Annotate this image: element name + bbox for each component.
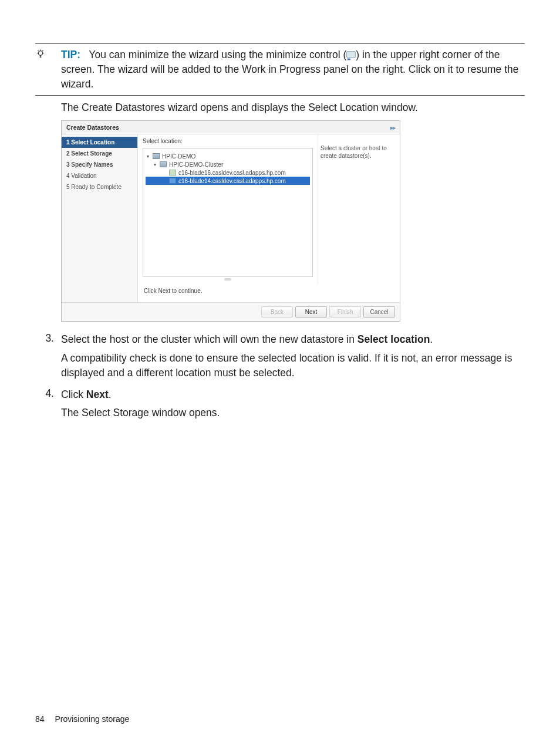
step-4: 4. Click Next. The Select Storage window… [35, 387, 525, 424]
page-number: 84 [35, 714, 45, 724]
cancel-button[interactable]: Cancel [363, 306, 395, 318]
ordered-steps: 3. Select the host or the cluster which … [35, 332, 525, 424]
footer-section: Provisioning storage [55, 714, 129, 724]
tree-row-host[interactable]: c16-blade16.casldev.casl.adapps.hp.com [146, 168, 310, 177]
tree-pane: Select location: ▾ HPIC-DEMO ▾ HPIC-DEMO… [138, 134, 318, 284]
tip-bottom-rule [35, 95, 525, 96]
step-3: 3. Select the host or the cluster which … [35, 332, 525, 384]
select-location-heading: Select location: [143, 138, 313, 144]
wizard-body: 1 Select Location 2 Select Storage 3 Spe… [62, 134, 400, 302]
wizard-step-1[interactable]: 1 Select Location [62, 137, 137, 148]
cluster-icon [160, 161, 167, 167]
text-bold: Select location [357, 333, 430, 345]
finish-button[interactable]: Finish [329, 306, 361, 318]
step-marker: 3. [35, 332, 61, 384]
tree-row-cluster[interactable]: ▾ HPIC-DEMO-Cluster [146, 160, 310, 168]
text: A compatibility check is done to ensure … [61, 351, 525, 380]
wizard-step-3[interactable]: 3 Specify Names [62, 159, 137, 170]
wizard-minimize-icon[interactable]: ▸▸ [390, 124, 395, 131]
tree-label: c16-blade14.casldev.casl.adapps.hp.com [178, 178, 286, 184]
tip-top-rule [35, 43, 525, 44]
back-button[interactable]: Back [261, 306, 293, 318]
svg-line-7 [42, 50, 43, 51]
text: The Select Storage window opens. [61, 406, 525, 420]
wizard-step-5[interactable]: 5 Ready to Complete [62, 181, 137, 193]
lightbulb-icon [35, 50, 46, 62]
tree-label: HPIC-DEMO [162, 153, 195, 160]
svg-point-0 [38, 51, 43, 56]
tip-text-before: You can minimize the wizard using the mi… [89, 49, 346, 60]
text: . [109, 389, 112, 400]
create-datastores-wizard: Create Datastores ▸▸ 1 Select Location 2… [61, 120, 400, 322]
wizard-steps-sidebar: 1 Select Location 2 Select Storage 3 Spe… [62, 134, 138, 302]
right-description: Select a cluster or host to create datas… [318, 134, 400, 284]
wizard-title-text: Create Datastores [66, 124, 119, 131]
step-body: Select the host or the cluster which wil… [61, 332, 525, 384]
tree-label: c16-blade16.casldev.casl.adapps.hp.com [178, 170, 286, 176]
page: TIP: You can minimize the wizard using t… [0, 0, 560, 746]
host-icon [169, 170, 176, 175]
wizard-main: Select location: ▾ HPIC-DEMO ▾ HPIC-DEMO… [138, 134, 400, 302]
wizard-button-bar: Back Next Finish Cancel [62, 302, 400, 321]
tip-icon-cell [35, 48, 61, 62]
datacenter-icon [153, 153, 160, 159]
wizard-titlebar: Create Datastores ▸▸ [62, 121, 400, 134]
intro-paragraph: The Create Datastores wizard opens and d… [61, 100, 525, 115]
caret-down-icon: ▾ [147, 154, 151, 159]
page-footer: 84 Provisioning storage [35, 714, 129, 724]
text-bold: Next [86, 389, 109, 400]
tree-label: HPIC-DEMO-Cluster [169, 161, 223, 168]
text: . [430, 333, 433, 345]
text: Click [61, 389, 86, 400]
tree-row-host-selected[interactable]: c16-blade14.casldev.casl.adapps.hp.com [146, 177, 310, 185]
tip-label: TIP: [61, 49, 80, 60]
tip-text: TIP: You can minimize the wizard using t… [61, 48, 525, 92]
minimize-control-icon [346, 51, 356, 58]
wizard-note: Click Next to continue. [138, 284, 400, 302]
svg-line-6 [38, 50, 39, 51]
caret-down-icon: ▾ [154, 162, 158, 167]
next-button[interactable]: Next [295, 306, 327, 318]
location-tree[interactable]: ▾ HPIC-DEMO ▾ HPIC-DEMO-Cluster [143, 148, 313, 277]
wizard-step-4[interactable]: 4 Validation [62, 170, 137, 181]
tip-box: TIP: You can minimize the wizard using t… [35, 43, 525, 96]
wizard-main-top: Select location: ▾ HPIC-DEMO ▾ HPIC-DEMO… [138, 134, 400, 284]
tip-block: TIP: You can minimize the wizard using t… [35, 48, 525, 92]
step-body: Click Next. The Select Storage window op… [61, 387, 525, 424]
host-icon [169, 178, 176, 184]
tree-row-datacenter[interactable]: ▾ HPIC-DEMO [146, 152, 310, 160]
step-marker: 4. [35, 387, 61, 424]
wizard-step-2[interactable]: 2 Select Storage [62, 148, 137, 159]
text: Select the host or the cluster which wil… [61, 333, 357, 345]
resize-grip-icon[interactable] [224, 278, 231, 281]
